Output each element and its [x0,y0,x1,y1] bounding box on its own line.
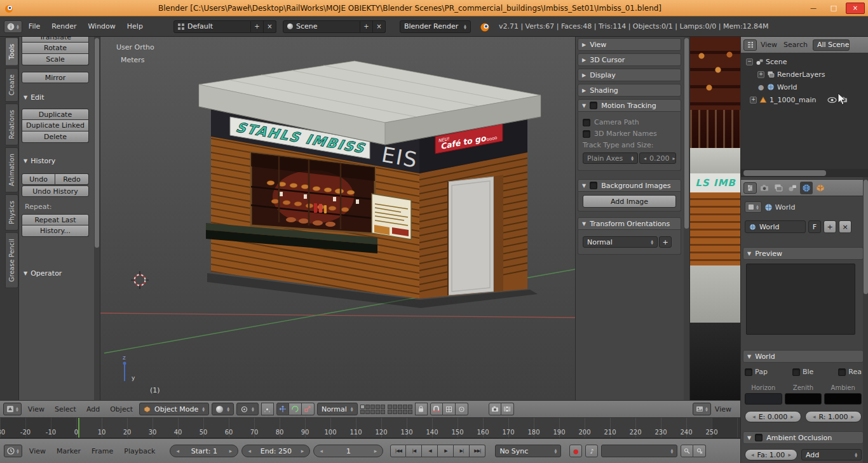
context-browse-chip[interactable]: ▲▼ [745,201,762,213]
menu-view[interactable]: View [25,447,50,455]
menu-search[interactable]: Search [781,41,810,49]
tab-physics[interactable]: Physics [5,194,18,231]
marker-names-checkbox[interactable] [583,130,590,138]
duplicate-linked-button[interactable]: Duplicate Linked [22,120,89,131]
maximize-button[interactable]: □ [825,3,842,14]
menu-object[interactable]: Object [106,405,137,413]
editor-type-timeline[interactable]: ▲▼ [4,445,22,457]
background-images-checkbox[interactable] [590,182,597,189]
close-button[interactable]: × [846,3,865,14]
panel-background-images[interactable]: ▼ Background Images [578,179,681,192]
display-mode-dropdown[interactable]: All Scenes [813,39,850,51]
exposure-slider[interactable]: ◂ E: 0.000 ▸ [745,411,801,422]
menu-file[interactable]: File [24,22,45,30]
orientation-dropdown[interactable]: Normal ▲▼ [583,236,658,248]
menu-frame[interactable]: Frame [88,447,117,455]
menu-playback[interactable]: Playback [120,447,159,455]
editor-type-outliner[interactable] [743,39,757,51]
horizon-color-swatch[interactable] [745,393,782,405]
screen-layout-selector[interactable]: Default [173,20,251,33]
snap-target-dropdown[interactable] [456,403,468,415]
editor-type-image[interactable]: ▲▼ [693,403,711,415]
mirror-button[interactable]: Mirror [22,72,89,83]
menu-render[interactable]: Render [46,22,81,30]
menu-marker[interactable]: Marker [53,447,85,455]
end-frame-field[interactable]: ◂ End: 250 ▸ [241,445,310,457]
manipulator-translate-toggle[interactable] [276,403,289,415]
repeat-last-button[interactable]: Repeat Last [22,214,89,225]
delete-screen-layout-button[interactable]: × [264,20,276,33]
undo-history-button[interactable]: Undo History [22,185,89,197]
outliner-item-renderlayers[interactable]: + RenderLayers [757,69,825,80]
pivot-point-dropdown[interactable]: ▲▼ [236,403,259,415]
transform-orientation-dropdown[interactable]: Normal ▲▼ [317,403,358,415]
operator-panel-header[interactable]: ▼ Operator [24,269,62,278]
motion-tracking-checkbox[interactable] [590,102,597,109]
keying-set-dropdown[interactable]: ▲▼ [601,445,677,457]
panel-motion-tracking[interactable]: ▼ Motion Tracking [578,99,681,112]
collapse-icon[interactable]: − [746,58,753,65]
viewport-3d[interactable]: NEU! Café to go oooo [100,37,575,400]
tab-tools[interactable]: Tools [5,37,18,66]
snap-toggle[interactable] [430,403,443,415]
timeline-ruler[interactable]: -30 -20 -10 0 10 20 30 40 50 60 70 80 90… [0,418,740,438]
opengl-render-anim-button[interactable] [501,403,514,415]
menu-view[interactable]: View [714,405,733,413]
insert-keyframe-button[interactable] [681,445,693,457]
track-type-dropdown[interactable]: Plain Axes ▲▼ [583,152,638,164]
panel-world[interactable]: ▼ World [743,350,864,363]
menu-view[interactable]: View [24,405,48,413]
editor-type-info[interactable]: i ▲▼ [4,20,22,33]
track-size-field[interactable]: ◂ 0.200 ▸ [639,152,676,164]
scene-selector[interactable]: Scene [283,20,360,33]
menu-view[interactable]: View [758,41,780,49]
menu-select[interactable]: Select [51,405,80,413]
tab-object[interactable] [814,182,827,194]
mode-dropdown[interactable]: Object Mode ▲▼ [139,403,209,415]
snap-element-dropdown[interactable] [443,403,456,415]
lock-to-scene-toggle[interactable] [415,403,428,415]
tab-render[interactable] [758,182,771,194]
panel-preview[interactable]: ▼ Preview [743,247,864,260]
jump-to-start-button[interactable]: |◀◀ [390,445,406,457]
zenith-color-swatch[interactable] [785,393,822,405]
prev-keyframe-button[interactable]: |◀ [406,445,422,457]
ambient-color-swatch[interactable] [824,393,862,405]
redo-button[interactable]: Redo [55,173,89,185]
outliner[interactable]: View Search All Scenes − Scene + RenderL… [741,37,868,169]
outliner-item-scene[interactable]: − Scene [746,56,787,67]
menu-help[interactable]: Help [122,22,148,30]
npanel-scrollbar[interactable] [684,37,689,400]
new-world-button[interactable]: + [824,220,836,233]
outliner-h-scrollbar[interactable] [741,169,868,177]
range-slider[interactable]: ◂ R: 1.000 ▸ [805,411,862,422]
toolshelf-scrollbar[interactable] [94,37,100,400]
delete-keyframe-button[interactable] [693,445,706,457]
ao-factor-slider[interactable]: ◂ Fa: 1.00 ▸ [745,449,797,460]
scale-button[interactable]: Scale [22,54,89,65]
real-sky-checkbox[interactable] [838,368,846,376]
tab-world[interactable] [800,182,813,194]
render-engine-selector[interactable]: Blender Render ▲▼ [400,20,471,33]
outliner-item-world[interactable]: ● World [757,81,797,93]
undo-button[interactable]: Undo [22,173,55,185]
visibility-eye-icon[interactable] [827,97,837,104]
add-image-button[interactable]: Add Image [583,195,676,208]
minimize-button[interactable]: — [805,3,822,14]
rotate-button[interactable]: Rotate [22,43,89,54]
blend-sky-checkbox[interactable] [792,368,800,376]
tab-relations[interactable]: Relations [5,104,18,145]
ambient-occlusion-checkbox[interactable] [755,434,763,441]
layers-widget[interactable] [360,405,412,414]
start-frame-field[interactable]: ◂ Start: 1 ▸ [170,445,238,457]
duplicate-button[interactable]: Duplicate [22,109,89,120]
add-orientation-button[interactable]: + [659,236,672,248]
outliner-item-object[interactable]: + 1_1000_main [750,94,848,105]
history-dialog-button[interactable]: History... [22,225,89,237]
audio-scrub-toggle[interactable]: ♪ [585,445,598,457]
current-frame-line[interactable] [78,418,79,438]
translate-button[interactable]: Translate [22,37,89,43]
menu-add[interactable]: Add [83,405,104,413]
unlink-world-button[interactable]: × [839,220,851,233]
current-frame-field[interactable]: ◂ 1 ▸ [313,445,383,457]
